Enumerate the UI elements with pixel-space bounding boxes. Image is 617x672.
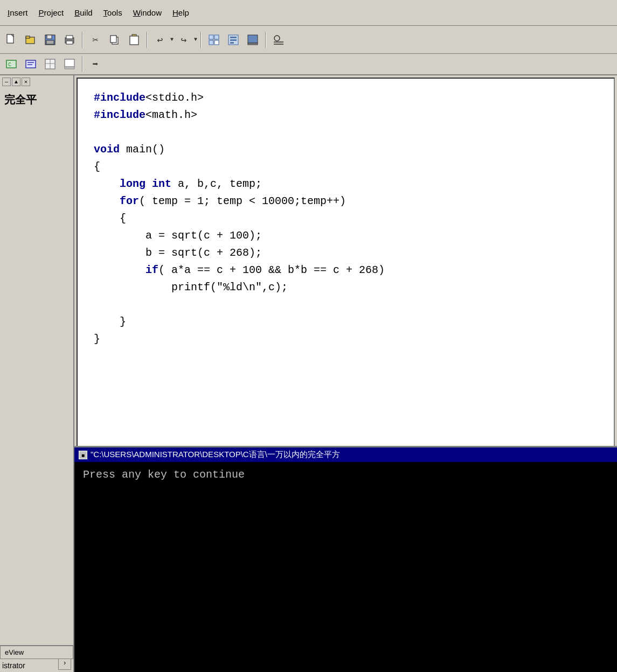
next-button[interactable]: ➡ (86, 55, 105, 73)
toolbar-secondary: C ➡ (0, 54, 617, 75)
code-line-blank2 (94, 296, 598, 313)
svg-rect-19 (230, 39, 237, 41)
console-title: "C:\USERS\ADMINISTRATOR\DESKTOP\C语言\一万以内… (91, 450, 340, 460)
left-panel-tabs: eView istrator (0, 645, 73, 672)
panel-close-buttons: — ▲ ✕ (2, 78, 30, 86)
open-button[interactable] (22, 31, 40, 49)
svg-rect-28 (26, 60, 36, 68)
close-button[interactable]: ✕ (22, 78, 30, 86)
code-area: #include<stdio.h> #include<math.h> void … (74, 75, 617, 672)
svg-rect-14 (214, 35, 219, 39)
separator-3 (200, 32, 202, 48)
format2-button[interactable] (22, 55, 40, 73)
view3-button[interactable] (244, 31, 262, 49)
code-line-blank1 (94, 124, 598, 141)
menu-project[interactable]: Project (33, 6, 70, 19)
format1-button[interactable]: C (2, 55, 20, 73)
code-line-4: { (94, 158, 598, 176)
console-titlebar: ■ "C:\USERS\ADMINISTRATOR\DESKTOP\C语言\一万… (74, 447, 617, 462)
left-panel-title: 完全平 (0, 88, 73, 654)
separator-1 (82, 32, 83, 48)
redo-button[interactable]: ↪ (175, 31, 193, 49)
svg-rect-13 (209, 35, 213, 39)
svg-point-23 (274, 36, 280, 41)
redo-arrow[interactable]: ▼ (194, 37, 197, 43)
separator-5 (82, 56, 83, 72)
code-line-8: a = sqrt(c + 100); (94, 227, 598, 244)
admin-label: istrator (0, 659, 73, 672)
code-line-6: for( temp = 1; temp < 10000;temp++) (94, 193, 598, 210)
svg-rect-24 (274, 41, 283, 43)
svg-rect-5 (46, 40, 54, 44)
console-icon: ■ (79, 451, 87, 459)
code-line-12: } (94, 313, 598, 331)
svg-text:C: C (8, 62, 11, 68)
left-panel-header: — ▲ ✕ (0, 75, 73, 88)
menu-build[interactable]: Build (69, 6, 98, 19)
new-button[interactable] (2, 31, 20, 49)
code-line-2: #include<math.h> (94, 107, 598, 124)
separator-4 (265, 32, 266, 48)
svg-rect-7 (66, 36, 73, 39)
code-line-11: printf("%ld\n",c); (94, 279, 598, 296)
copy-button[interactable] (106, 31, 124, 49)
svg-rect-34 (65, 59, 74, 67)
undo-group: ↩ ▼ (151, 31, 174, 49)
print-button[interactable] (60, 31, 79, 49)
code-line-7: { (94, 210, 598, 227)
view1-button[interactable] (205, 31, 223, 49)
view4-button[interactable] (269, 31, 288, 49)
main-area: — ▲ ✕ 完全平 › eView istrator #include<stdi… (0, 75, 617, 672)
view2-button[interactable] (224, 31, 242, 49)
redo-group: ↪ ▼ (175, 31, 197, 49)
code-line-10: if( a*a == c + 100 && b*b == c + 268) (94, 262, 598, 279)
console-body[interactable]: Press any key to continue (74, 462, 617, 671)
undo-button[interactable]: ↩ (151, 31, 169, 49)
svg-rect-21 (248, 35, 258, 43)
minimize-button[interactable]: — (2, 78, 11, 86)
svg-rect-10 (110, 36, 116, 43)
separator-2 (147, 32, 148, 48)
code-line-9: b = sqrt(c + 268); (94, 244, 598, 262)
menu-window[interactable]: Window (128, 6, 167, 19)
menu-help[interactable]: Help (167, 6, 195, 19)
console-window: ■ "C:\USERS\ADMINISTRATOR\DESKTOP\C语言\一万… (74, 446, 617, 672)
svg-rect-22 (248, 43, 258, 45)
toolbar-main: ✂ ↩ ▼ ↪ ▼ (0, 26, 617, 54)
left-panel: — ▲ ✕ 完全平 › eView istrator (0, 75, 74, 672)
paste-button[interactable] (125, 31, 143, 49)
svg-rect-4 (47, 35, 52, 39)
maximize-button[interactable]: ▲ (12, 78, 20, 86)
svg-rect-35 (65, 67, 74, 69)
save-button[interactable] (41, 31, 59, 49)
undo-arrow[interactable]: ▼ (170, 37, 174, 43)
code-line-1: #include<stdio.h> (94, 89, 598, 107)
menu-insert[interactable]: Insert (2, 6, 33, 19)
menu-tools[interactable]: Tools (98, 6, 128, 19)
console-output: Press any key to continue (83, 468, 245, 481)
svg-rect-20 (230, 42, 234, 44)
svg-rect-16 (214, 40, 219, 45)
format4-button[interactable] (60, 55, 79, 73)
eview-tab[interactable]: eView (0, 646, 73, 659)
svg-rect-8 (66, 41, 73, 44)
svg-rect-18 (230, 37, 237, 38)
svg-rect-25 (274, 44, 283, 45)
svg-rect-2 (26, 36, 30, 38)
svg-rect-12 (130, 36, 138, 45)
svg-rect-15 (209, 40, 213, 45)
cut-button[interactable]: ✂ (86, 31, 105, 49)
menu-bar: Insert Project Build Tools Window Help (0, 0, 617, 26)
code-line-13: } (94, 331, 598, 348)
code-line-3: void main() (94, 141, 598, 158)
code-line-5: long int a, b,c, temp; (94, 176, 598, 193)
format3-button[interactable] (41, 55, 59, 73)
